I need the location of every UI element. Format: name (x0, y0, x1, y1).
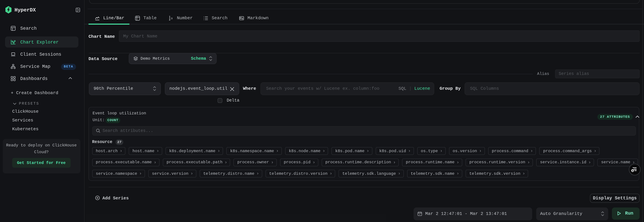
svg-text:2: 2 (169, 18, 170, 20)
svg-text:3: 3 (171, 17, 172, 20)
